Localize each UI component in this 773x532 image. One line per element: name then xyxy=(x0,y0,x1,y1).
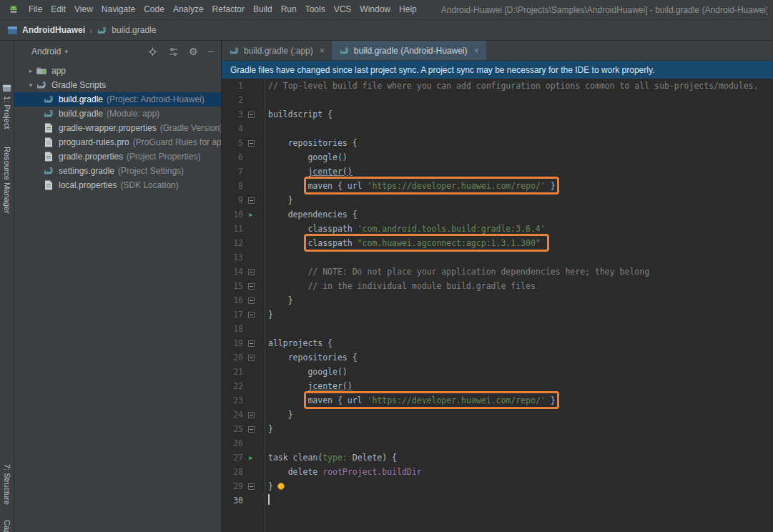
gradle-icon xyxy=(43,108,54,119)
code-line[interactable]: 27▶task clean(type: Delete) { xyxy=(222,450,773,465)
code-line[interactable]: 19allprojects { xyxy=(222,336,773,350)
menu-item-view[interactable]: View xyxy=(70,0,97,19)
tree-item-settings-gradle[interactable]: settings.gradle(Project Settings) xyxy=(14,164,221,178)
tree-item-local-properties[interactable]: local.properties(SDK Location) xyxy=(14,178,221,192)
fold-end-marker-icon[interactable] xyxy=(248,426,255,433)
tree-item-gradle-scripts[interactable]: ▾Gradle Scripts xyxy=(14,78,221,92)
tree-item-build-gradle[interactable]: build.gradle(Module: app) xyxy=(14,107,221,121)
code-line[interactable]: 4 xyxy=(222,122,773,136)
code-line[interactable]: 24 } xyxy=(222,408,773,422)
gutter-cell xyxy=(243,222,259,236)
intention-bulb-icon[interactable] xyxy=(277,483,285,490)
code-line[interactable]: 5 repositories { xyxy=(222,136,773,150)
fold-end-marker-icon[interactable] xyxy=(248,412,255,418)
menu-item-navigate[interactable]: Navigate xyxy=(97,0,139,19)
code-line[interactable]: 21 google() xyxy=(222,365,773,379)
tab-build-gradle-android-huawei[interactable]: build.gradle (Android-Huawei)× xyxy=(332,41,486,60)
menu-item-code[interactable]: Code xyxy=(139,0,169,19)
tree-item-app[interactable]: ▸app xyxy=(14,64,221,78)
locate-icon[interactable] xyxy=(147,46,158,57)
sync-notification-banner[interactable]: Gradle files have changed since last pro… xyxy=(222,61,773,79)
code-line[interactable]: 25} xyxy=(222,422,773,436)
menu-item-window[interactable]: Window xyxy=(355,0,395,19)
chevron-down-icon[interactable]: ▾ xyxy=(26,82,36,89)
code-text xyxy=(259,122,268,136)
gear-icon[interactable]: ⚙ xyxy=(189,46,198,56)
code-line[interactable]: 22 jcenter() xyxy=(222,379,773,393)
tab-build-gradle-app[interactable]: build.gradle (:app)× xyxy=(222,41,332,60)
menu-item-run[interactable]: Run xyxy=(277,0,301,19)
line-number: 5 xyxy=(222,136,243,150)
run-icon[interactable]: ▶ xyxy=(249,212,252,218)
tree-item-proguard-rules-pro[interactable]: proguard-rules.pro(ProGuard Rules for ap… xyxy=(14,135,221,149)
menu-item-analyze[interactable]: Analyze xyxy=(169,0,208,19)
fold-end-marker-icon[interactable] xyxy=(248,483,255,490)
code-line[interactable]: 10▶ dependencies { xyxy=(222,207,773,222)
code-segment: classpath xyxy=(268,224,358,234)
tool-button-1-project[interactable]: 1: Project xyxy=(0,84,14,129)
code-line[interactable]: 30 xyxy=(222,493,773,508)
fold-end-marker-icon[interactable] xyxy=(248,197,255,204)
breadcrumb-project[interactable]: AndroidHuawei xyxy=(22,25,85,35)
code-line[interactable]: 14 // NOTE: Do not place your applicatio… xyxy=(222,265,773,279)
fold-marker-icon[interactable] xyxy=(248,269,255,275)
fold-marker-icon[interactable] xyxy=(248,140,255,147)
menu-item-file[interactable]: File xyxy=(24,0,46,19)
code-line[interactable]: 13 xyxy=(222,250,773,265)
menu-item-help[interactable]: Help xyxy=(395,0,421,19)
breadcrumb-file[interactable]: build.gradle xyxy=(112,25,156,35)
fold-marker-icon[interactable] xyxy=(248,340,255,347)
code-line[interactable]: 16 } xyxy=(222,293,773,307)
menu-item-refactor[interactable]: Refactor xyxy=(208,0,249,19)
code-line[interactable]: 17} xyxy=(222,307,773,322)
code-text: // Top-level build file where you can ad… xyxy=(259,79,758,93)
code-line[interactable]: 28 delete rootProject.buildDir xyxy=(222,465,773,479)
menu-item-edit[interactable]: Edit xyxy=(46,0,70,19)
code-line[interactable]: 11 classpath 'com.android.tools.build:gr… xyxy=(222,222,773,236)
gutter-cell xyxy=(243,350,259,365)
hide-panel-icon[interactable]: ─ xyxy=(207,47,214,56)
menu-item-build[interactable]: Build xyxy=(249,0,277,19)
code-line[interactable]: 7 jcenter() xyxy=(222,164,773,179)
menu-item-tools[interactable]: Tools xyxy=(301,0,330,19)
code-line[interactable]: 18 xyxy=(222,322,773,336)
code-line[interactable]: 2 xyxy=(222,93,773,107)
tree-item-gradle-wrapper-properties[interactable]: gradle-wrapper.properties(Gradle Version… xyxy=(14,121,221,135)
line-number: 3 xyxy=(222,107,243,122)
fold-end-marker-icon[interactable] xyxy=(248,312,255,318)
code-segment: task clean( xyxy=(268,453,323,463)
tool-button-resource-manager[interactable]: Resource Manager xyxy=(0,147,14,214)
tree-item-build-gradle[interactable]: build.gradle(Project: Android-Huawei) xyxy=(14,92,221,107)
fold-end-marker-icon[interactable] xyxy=(248,283,255,290)
tool-button-layout-captures[interactable]: Layout Captures xyxy=(0,518,14,532)
code-line[interactable]: 20 repositories { xyxy=(222,350,773,365)
code-line[interactable]: 29} xyxy=(222,479,773,493)
chevron-right-icon[interactable]: ▸ xyxy=(26,67,36,74)
properties-icon xyxy=(43,151,54,162)
code-line[interactable]: 6 google() xyxy=(222,150,773,164)
code-line[interactable]: 12 classpath "com.huawei.agconnect:agcp:… xyxy=(222,236,773,250)
panel-toolbar: ⚙─ xyxy=(147,46,214,57)
fold-marker-icon[interactable] xyxy=(248,355,255,361)
project-tool-icon xyxy=(2,84,11,93)
code-line[interactable]: 26 xyxy=(222,436,773,450)
code-line[interactable]: 1// Top-level build file where you can a… xyxy=(222,79,773,93)
run-icon[interactable]: ▶ xyxy=(249,455,252,461)
fold-end-marker-icon[interactable] xyxy=(248,297,255,304)
tool-button-7-structure[interactable]: 7: Structure xyxy=(0,464,14,505)
code-line[interactable]: 9 } xyxy=(222,193,773,207)
tree-item-suffix: (ProGuard Rules for app) xyxy=(133,137,221,147)
code-line[interactable]: 8 maven { url 'https://developer.huawei.… xyxy=(222,179,773,193)
code-line[interactable]: 15 // in the individual module build.gra… xyxy=(222,279,773,293)
code-line[interactable]: 3buildscript { xyxy=(222,107,773,122)
code-line[interactable]: 23 maven { url 'https://developer.huawei… xyxy=(222,393,773,408)
code-area[interactable]: 1// Top-level build file where you can a… xyxy=(222,79,773,532)
fold-marker-icon[interactable] xyxy=(248,112,255,118)
close-icon[interactable]: × xyxy=(474,46,479,56)
menu-item-vcs[interactable]: VCS xyxy=(330,0,356,19)
filter-icon[interactable] xyxy=(168,46,179,57)
code-segment: 'https://developer.huawei.com/repo/' xyxy=(367,181,545,191)
close-icon[interactable]: × xyxy=(320,46,325,56)
tree-item-gradle-properties[interactable]: gradle.properties(Project Properties) xyxy=(14,149,221,164)
view-selector[interactable]: Android xyxy=(31,46,61,56)
